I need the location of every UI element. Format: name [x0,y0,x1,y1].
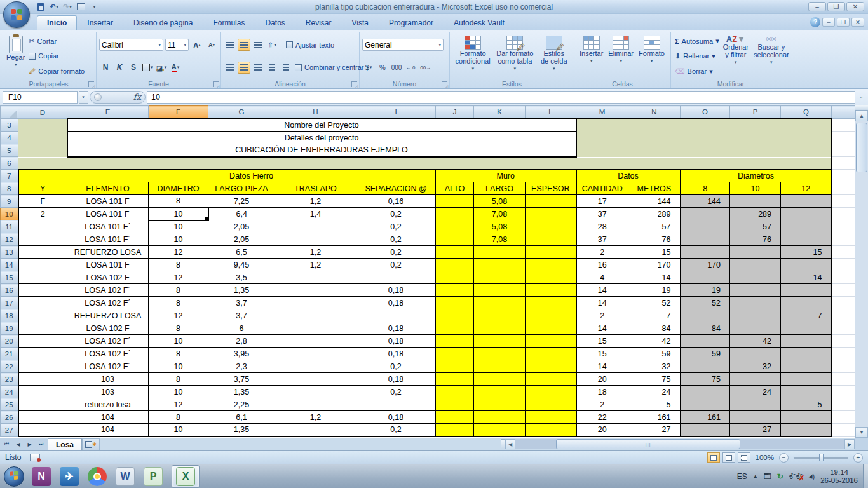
cell-F13[interactable]: 12 [149,246,208,259]
cell-empty[interactable] [832,284,855,297]
cell-F14[interactable]: 8 [149,259,208,271]
cell-M9[interactable]: 17 [576,195,628,208]
cell-J11[interactable] [436,220,474,233]
cell-J22[interactable] [436,360,474,373]
section-header-diametros[interactable]: Diametros [681,170,832,182]
cell-N19[interactable]: 84 [628,322,681,335]
cell-F24[interactable]: 10 [149,386,208,398]
section-header-datos-fierro[interactable]: Datos Fierro [67,170,436,182]
show-hidden-icons[interactable]: ▲ [753,473,758,479]
cell-L23[interactable] [526,373,576,386]
cell-J10[interactable] [436,208,474,220]
cell-H24[interactable] [275,386,356,398]
cell-K26[interactable] [474,411,526,424]
cell-L17[interactable] [526,297,576,309]
onenote-icon[interactable]: N [32,467,51,486]
cell-K25[interactable] [474,398,526,411]
cell-F17[interactable]: 8 [149,297,208,309]
cell-K22[interactable] [474,360,526,373]
cell-empty[interactable] [832,335,855,348]
cell-I9[interactable]: 0,16 [356,195,436,208]
cell-O26[interactable]: 161 [681,411,730,424]
tab-datos[interactable]: Datos [255,15,295,30]
cell-P21[interactable] [730,348,781,360]
cell-L10[interactable] [526,208,576,220]
volume-icon[interactable] [808,471,815,481]
cell-L16[interactable] [526,284,576,297]
align-right-button[interactable] [252,62,264,74]
cell-D14[interactable] [18,259,67,271]
fill-button[interactable]: ⬇Rellenar▾ [674,50,721,62]
prev-sheet-button[interactable]: ◀ [13,442,24,447]
scroll-down-button[interactable]: ▼ [855,427,868,438]
comma-style-button[interactable]: 000 [390,62,403,74]
cell-Q17[interactable] [781,297,832,309]
insert-function-button[interactable]: fx [90,91,146,104]
formula-bar-expand[interactable]: ⌄ [857,94,865,100]
cell-E12[interactable]: LOSA 101 F´ [67,233,149,246]
cell-P26[interactable] [730,411,781,424]
format-as-table-button[interactable]: Dar formato como tabla▾ [493,34,536,79]
row-header-27[interactable]: 27 [1,424,18,437]
alignment-dialog-launcher[interactable] [351,81,357,87]
merged-title-row-5[interactable]: CUBICACIÓN DE ENFIERRADURAS EJEMPLO [67,144,576,157]
column-header-L[interactable]: L [526,106,576,119]
cell-Q12[interactable] [781,233,832,246]
cell-I26[interactable]: 0,18 [356,411,436,424]
section-header-muro[interactable]: Muro [436,170,576,182]
cell-H13[interactable]: 1,2 [275,246,356,259]
cell-E13[interactable]: REFUERZO LOSA [67,246,149,259]
cell-D18[interactable] [18,309,67,322]
cell-L13[interactable] [526,246,576,259]
help-button[interactable]: ? [810,17,820,27]
cell-E18[interactable]: REFUERZO LOSA [67,309,149,322]
cell-L15[interactable] [526,271,576,284]
border-button[interactable]: ▾ [141,62,154,74]
cell-I16[interactable]: 0,18 [356,284,436,297]
cell-L24[interactable] [526,386,576,398]
format-cells-button[interactable]: Formato▾ [636,34,667,79]
cell-M13[interactable]: 2 [576,246,628,259]
cell-P17[interactable] [730,297,781,309]
zoom-slider-handle[interactable] [819,454,824,461]
cell-I21[interactable]: 0,18 [356,348,436,360]
cell-O15[interactable] [681,271,730,284]
cell-O19[interactable]: 84 [681,322,730,335]
row-header-22[interactable]: 22 [1,360,18,373]
cell-N10[interactable]: 289 [628,208,681,220]
scroll-left-button[interactable]: ◀ [505,439,515,449]
cell-M21[interactable]: 15 [576,348,628,360]
row-header-26[interactable]: 26 [1,411,18,424]
currency-button[interactable]: $▾ [362,62,375,74]
clear-button[interactable]: ⌫Borrar▾ [674,65,721,78]
cell-L26[interactable] [526,411,576,424]
name-box-dropdown[interactable]: ▾ [79,91,88,104]
cell-N16[interactable]: 19 [628,284,681,297]
grow-font-button[interactable]: A▴ [191,39,203,51]
cell-empty[interactable] [832,132,855,144]
cell-Q13[interactable]: 15 [781,246,832,259]
cell-J21[interactable] [436,348,474,360]
cell-P19[interactable] [730,322,781,335]
cell-L9[interactable] [526,195,576,208]
section-header-blank[interactable] [18,170,67,182]
cell-K12[interactable]: 7,08 [474,233,526,246]
zoom-out-button[interactable]: − [779,453,789,463]
cell-O24[interactable] [681,386,730,398]
vertical-scroll-thumb[interactable] [856,123,867,172]
cell-F8[interactable]: DIAMETRO [149,182,208,195]
cell-Q16[interactable] [781,284,832,297]
formula-input[interactable]: 10 [147,91,855,104]
cell-K19[interactable] [474,322,526,335]
cell-empty[interactable] [832,309,855,322]
cell-J8[interactable]: ALTO [436,182,474,195]
cell-O22[interactable] [681,360,730,373]
row-header-23[interactable]: 23 [1,373,18,386]
cell-D8[interactable]: Y [18,182,67,195]
cell-I10[interactable]: 0,2 [356,208,436,220]
tab-insertar[interactable]: Insertar [77,15,123,30]
cell-Q24[interactable] [781,386,832,398]
cell-H8[interactable]: TRASLAPO [275,182,356,195]
cell-I18[interactable] [356,309,436,322]
increase-decimal-button[interactable]: ←.0 [404,62,417,74]
